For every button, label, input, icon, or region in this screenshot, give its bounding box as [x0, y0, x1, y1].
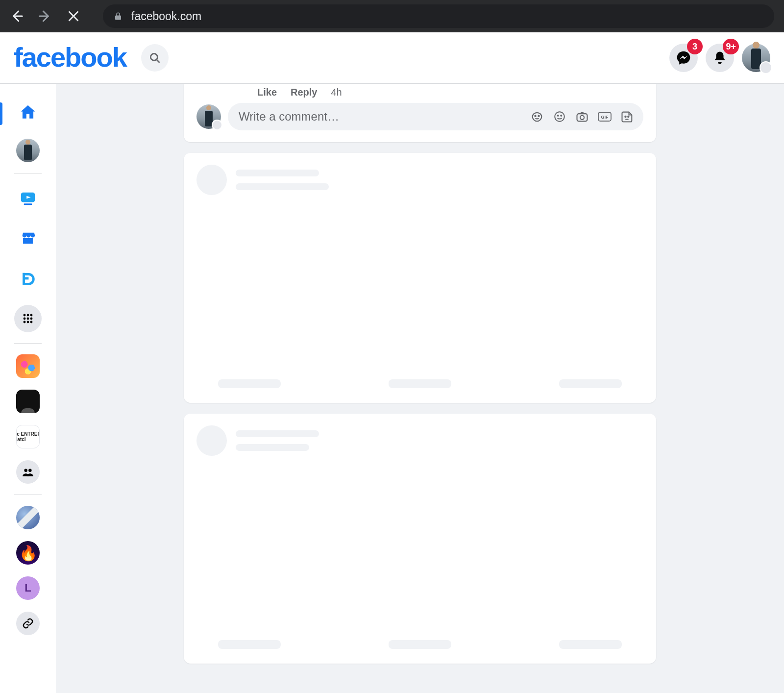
svg-point-23: [558, 115, 559, 116]
comment-avatar[interactable]: [196, 104, 221, 129]
svg-point-19: [28, 469, 32, 472]
sidebar-separator: [14, 343, 42, 344]
svg-point-13: [27, 318, 29, 320]
svg-point-11: [30, 314, 33, 317]
sidebar-marketplace[interactable]: [14, 224, 42, 252]
sidebar-shortcut-2[interactable]: [16, 390, 40, 413]
skeleton-bar: [236, 444, 309, 451]
sidebar-shortcut-4[interactable]: [16, 506, 40, 529]
comment-timestamp: 4h: [331, 87, 342, 98]
marketplace-icon: [20, 230, 36, 247]
sidebar-groups[interactable]: [16, 460, 40, 484]
svg-point-9: [24, 314, 26, 317]
svg-point-30: [628, 116, 629, 117]
notifications-button[interactable]: 9+: [706, 44, 734, 72]
svg-point-24: [561, 115, 562, 116]
svg-point-10: [27, 314, 29, 317]
skeleton-bar: [218, 379, 281, 388]
comment-placeholder: Write a comment…: [239, 110, 523, 124]
facebook-header: facebook 3 9+: [0, 32, 784, 84]
browser-url-text: facebook.com: [131, 10, 201, 23]
browser-forward-button[interactable]: [36, 7, 54, 25]
skeleton-bar: [389, 640, 451, 649]
camera-icon[interactable]: [574, 108, 590, 125]
sidebar-separator: [14, 495, 42, 495]
comment-like-button[interactable]: Like: [257, 87, 277, 98]
post-comment-footer: Like Reply 4h Write a comment…: [184, 84, 656, 142]
sidebar-home[interactable]: [14, 99, 42, 126]
messenger-icon: [676, 50, 691, 66]
svg-point-21: [538, 116, 539, 117]
messenger-badge: 3: [687, 39, 703, 54]
skeleton-bar: [236, 183, 329, 190]
gaming-icon: [20, 270, 36, 287]
skeleton-bar: [559, 640, 622, 649]
svg-text:GIF: GIF: [601, 115, 609, 120]
emoji-icon[interactable]: [551, 108, 568, 125]
svg-point-20: [535, 116, 536, 117]
browser-stop-button[interactable]: [65, 7, 82, 25]
skeleton-bar: [218, 640, 281, 649]
skeleton-bar: [236, 170, 319, 176]
avatar-sticker-icon[interactable]: [529, 108, 545, 125]
groups-icon: [22, 466, 34, 478]
bell-icon: [712, 50, 727, 65]
sidebar-shortcut-5[interactable]: 🔥: [16, 541, 40, 565]
skeleton-bar: [559, 379, 622, 388]
left-sidebar: he ENTREPI Hatcl 🔥 L: [0, 84, 56, 693]
svg-point-12: [24, 318, 26, 320]
browser-url-bar[interactable]: facebook.com: [103, 4, 774, 28]
link-icon: [22, 618, 34, 629]
feed: Like Reply 4h Write a comment…: [56, 84, 784, 693]
browser-toolbar: facebook.com: [0, 0, 784, 32]
svg-point-26: [580, 116, 584, 120]
lock-icon: [114, 12, 122, 21]
svg-point-14: [30, 318, 33, 320]
home-icon: [19, 103, 37, 122]
svg-point-15: [24, 321, 26, 323]
svg-point-29: [625, 116, 626, 117]
sidebar-separator: [14, 173, 42, 173]
svg-point-18: [24, 469, 27, 472]
svg-point-22: [555, 112, 564, 122]
skeleton-avatar: [196, 425, 227, 456]
sidebar-shortcut-3[interactable]: he ENTREPI Hatcl: [16, 425, 40, 448]
svg-rect-25: [577, 114, 588, 121]
sidebar-shortcut-6[interactable]: L: [16, 576, 40, 600]
post-skeleton: [184, 414, 656, 664]
svg-line-5: [156, 59, 159, 62]
skeleton-bar: [389, 379, 451, 388]
post-skeleton: [184, 153, 656, 403]
sidebar-gaming[interactable]: [14, 265, 42, 292]
sidebar-shortcut-1[interactable]: [16, 354, 40, 378]
sidebar-watch[interactable]: [14, 184, 42, 212]
comment-reply-button[interactable]: Reply: [291, 87, 317, 98]
comment-action-row: Like Reply 4h: [196, 85, 643, 103]
grid-icon: [22, 313, 34, 324]
sidebar-see-all[interactable]: [14, 305, 42, 332]
active-tab-indicator: [0, 102, 2, 125]
sidebar-profile[interactable]: [16, 139, 40, 162]
watch-icon: [20, 190, 36, 206]
skeleton-avatar: [196, 165, 227, 195]
facebook-logo[interactable]: facebook: [14, 41, 126, 73]
svg-rect-8: [24, 203, 32, 205]
gif-icon[interactable]: GIF: [596, 108, 613, 125]
svg-point-16: [27, 321, 29, 323]
search-icon: [148, 51, 161, 64]
sticker-icon[interactable]: [619, 108, 636, 125]
notifications-badge: 9+: [723, 39, 739, 54]
messenger-button[interactable]: 3: [669, 44, 698, 72]
browser-back-button[interactable]: [8, 7, 25, 25]
skeleton-bar: [236, 430, 319, 437]
sidebar-shortcut-link[interactable]: [16, 612, 40, 635]
search-button[interactable]: [141, 44, 169, 72]
comment-composer[interactable]: Write a comment… GIF: [228, 103, 643, 130]
account-avatar[interactable]: [742, 44, 770, 72]
svg-point-17: [30, 321, 33, 323]
